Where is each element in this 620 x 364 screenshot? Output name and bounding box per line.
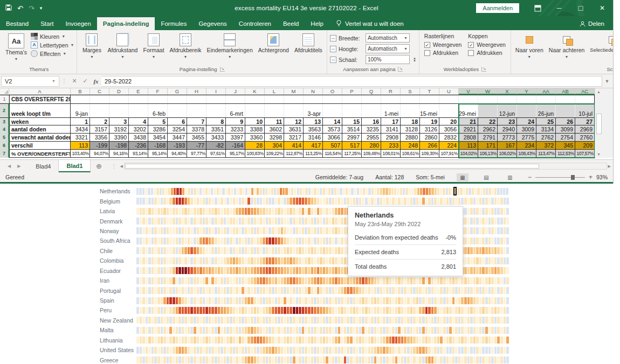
- cell[interactable]: 4: [129, 118, 148, 125]
- heatmap-cell[interactable]: [218, 287, 221, 294]
- heatmap-cell[interactable]: [136, 337, 139, 344]
- heatmap-cell[interactable]: [182, 198, 184, 205]
- heatmap-cell[interactable]: [254, 297, 257, 304]
- heatmap-cell[interactable]: [357, 188, 359, 195]
- heatmap-cell[interactable]: [199, 356, 202, 363]
- heatmap-cell[interactable]: [452, 307, 455, 314]
- heatmap-cell[interactable]: [190, 198, 193, 205]
- heatmap-cell[interactable]: [197, 297, 199, 304]
- heatmap-cell[interactable]: [151, 188, 153, 195]
- heatmap-cell[interactable]: [197, 208, 199, 215]
- heatmap-cell[interactable]: [184, 257, 187, 264]
- heatmap-cell[interactable]: [407, 317, 410, 324]
- heatmap-cell[interactable]: [245, 218, 247, 225]
- heatmap-cell[interactable]: [320, 287, 322, 294]
- cell[interactable]: 266: [420, 142, 439, 150]
- heatmap-cell[interactable]: [473, 347, 476, 354]
- normal-view-icon[interactable]: ▦: [457, 173, 469, 181]
- heatmap-cell[interactable]: [401, 356, 404, 363]
- heatmap-cell[interactable]: [473, 287, 476, 294]
- heatmap-cell[interactable]: [259, 188, 261, 195]
- cell[interactable]: 3: [109, 118, 129, 125]
- heatmap-cell[interactable]: [360, 188, 362, 195]
- insert-function-icon[interactable]: fx: [91, 78, 101, 85]
- heatmap-cell[interactable]: [182, 327, 184, 334]
- heatmap-cell[interactable]: [416, 198, 419, 205]
- heatmap-cell[interactable]: [386, 198, 389, 205]
- heatmap-cell[interactable]: [272, 257, 274, 264]
- heatmap-cell[interactable]: [473, 247, 476, 254]
- heatmap-cell[interactable]: [226, 327, 229, 334]
- heatmap-cell[interactable]: [194, 317, 196, 324]
- heatmap-cell[interactable]: [226, 347, 229, 354]
- cell[interactable]: [420, 95, 439, 103]
- cell[interactable]: 22: [478, 118, 498, 125]
- heatmap-cell[interactable]: [305, 237, 307, 244]
- heatmap-cell[interactable]: [136, 347, 139, 354]
- heatmap-cell[interactable]: [497, 218, 500, 225]
- heatmap-cell[interactable]: [215, 317, 217, 324]
- heatmap-cell[interactable]: [188, 297, 190, 304]
- heatmap-cell[interactable]: [473, 237, 476, 244]
- heatmap-cell[interactable]: [413, 337, 416, 344]
- heatmap-cell[interactable]: [245, 198, 247, 205]
- heatmap-cell[interactable]: [140, 218, 142, 225]
- heatmap-cell[interactable]: [242, 208, 244, 215]
- heatmap-cell[interactable]: [329, 307, 332, 314]
- dialog-launcher-icon[interactable]: ↘: [398, 67, 403, 72]
- heatmap-cell[interactable]: [366, 188, 368, 195]
- heatmap-cell[interactable]: [209, 287, 211, 294]
- heatmap-cell[interactable]: [407, 347, 410, 354]
- heatmap-cell[interactable]: [416, 277, 419, 284]
- heatmap-cell[interactable]: [449, 317, 452, 324]
- heatmap-cell[interactable]: [344, 198, 347, 205]
- heatmap-cell[interactable]: [205, 307, 208, 314]
- heatmap-cell[interactable]: [371, 297, 374, 304]
- heatmap-cell[interactable]: [317, 297, 320, 304]
- heatmap-cell[interactable]: [233, 237, 236, 244]
- heatmap-cell[interactable]: [488, 287, 491, 294]
- heatmap-cell[interactable]: [230, 327, 232, 334]
- heatmap-cell[interactable]: [209, 347, 211, 354]
- heatmap-cell[interactable]: [470, 267, 473, 274]
- heatmap-cell[interactable]: [254, 227, 257, 234]
- heatmap-strip[interactable]: [136, 297, 508, 304]
- cell[interactable]: 3631: [284, 125, 304, 134]
- heatmap-cell[interactable]: [146, 347, 148, 354]
- ribbon-tab-start[interactable]: Start: [35, 17, 59, 30]
- heatmap-cell[interactable]: [296, 237, 299, 244]
- heatmap-cell[interactable]: [308, 337, 311, 344]
- cell[interactable]: [575, 95, 595, 103]
- heatmap-cell[interactable]: [281, 198, 284, 205]
- heatmap-cell[interactable]: [479, 277, 482, 284]
- heatmap-cell[interactable]: [226, 277, 229, 284]
- heatmap-cell[interactable]: [380, 317, 383, 324]
- heatmap-cell[interactable]: [272, 337, 274, 344]
- heatmap-cell[interactable]: [331, 188, 333, 195]
- heatmap-cell[interactable]: [176, 356, 178, 363]
- heatmap-cell[interactable]: [458, 297, 461, 304]
- heatmap-cell[interactable]: [356, 277, 359, 284]
- heatmap-cell[interactable]: [197, 257, 199, 264]
- cell[interactable]: 108,61%: [401, 150, 420, 158]
- heatmap-cell[interactable]: [190, 317, 193, 324]
- heatmap-cell[interactable]: [392, 327, 395, 334]
- heatmap-cell[interactable]: [344, 257, 347, 264]
- heatmap-cell[interactable]: [136, 307, 139, 314]
- heatmap-cell[interactable]: [260, 297, 263, 304]
- heatmap-cell[interactable]: [311, 287, 314, 294]
- heatmap-cell[interactable]: [410, 347, 413, 354]
- heatmap-cell[interactable]: [148, 208, 151, 215]
- row-header-6[interactable]: 6: [0, 142, 9, 150]
- heatmap-cell[interactable]: [320, 347, 322, 354]
- heatmap-cell[interactable]: [287, 257, 290, 264]
- heatmap-cell[interactable]: [464, 307, 467, 314]
- heatmap-cell[interactable]: [398, 198, 401, 205]
- heatmap-cell[interactable]: [263, 307, 265, 314]
- heatmap-cell[interactable]: [308, 218, 311, 225]
- heatmap-cell[interactable]: [224, 327, 226, 334]
- heatmap-cell[interactable]: [251, 247, 253, 254]
- heatmap-cell[interactable]: [287, 347, 290, 354]
- heatmap-cell[interactable]: [350, 198, 353, 205]
- heatmap-cell[interactable]: [323, 297, 326, 304]
